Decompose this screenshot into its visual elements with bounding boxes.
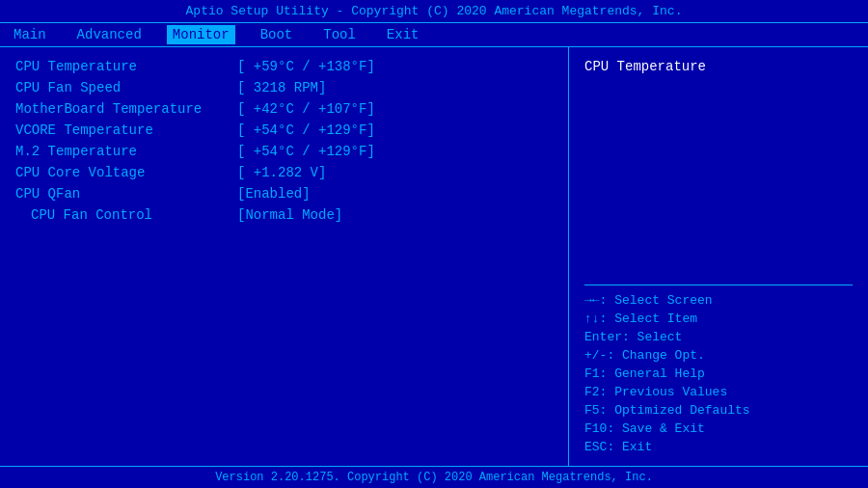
main-content: CPU Temperature [ +59°C / +138°F] CPU Fa… [0,47,868,466]
menu-bar: Main Advanced Monitor Boot Tool Exit [0,22,868,47]
menu-item-advanced[interactable]: Advanced [71,25,148,44]
setting-label-cpu-fan-control: CPU Fan Control [15,207,237,223]
setting-value-cpu-voltage: [ +1.282 V] [237,165,326,180]
key-help-section: →←: Select Screen ↑↓: Select Item Enter:… [584,293,853,454]
footer: Version 2.20.1275. Copyright (C) 2020 Am… [0,466,868,488]
key-help-enter: Enter: Select [584,330,853,344]
setting-label-cpu-voltage: CPU Core Voltage [15,165,237,180]
setting-row-cpu-fan[interactable]: CPU Fan Speed [ 3218 RPM] [15,80,553,95]
setting-row-m2-temp[interactable]: M.2 Temperature [ +54°C / +129°F] [15,144,553,159]
setting-row-cpu-qfan[interactable]: CPU QFan [Enabled] [15,186,553,202]
setting-value-cpu-fan: [ 3218 RPM] [237,80,326,95]
setting-label-cpu-temp: CPU Temperature [15,59,237,74]
key-help-f10: F10: Save & Exit [584,421,853,436]
menu-item-boot[interactable]: Boot [255,25,299,44]
setting-row-cpu-fan-control[interactable]: CPU Fan Control [Normal Mode] [15,207,553,223]
setting-row-cpu-voltage[interactable]: CPU Core Voltage [ +1.282 V] [15,165,553,180]
setting-label-vcore-temp: VCORE Temperature [15,122,237,138]
key-help-change: +/-: Change Opt. [584,348,853,363]
right-panel: CPU Temperature →←: Select Screen ↑↓: Se… [569,47,868,466]
key-help-f1: F1: General Help [584,366,853,381]
setting-label-cpu-fan: CPU Fan Speed [15,80,237,95]
setting-value-vcore-temp: [ +54°C / +129°F] [237,122,375,138]
footer-text: Version 2.20.1275. Copyright (C) 2020 Am… [215,471,653,484]
title-text: Aptio Setup Utility - Copyright (C) 2020… [186,4,683,18]
menu-item-monitor[interactable]: Monitor [167,25,235,44]
menu-item-main[interactable]: Main [8,25,52,44]
help-divider [584,285,853,285]
menu-item-exit[interactable]: Exit [381,25,425,44]
setting-value-cpu-temp: [ +59°C / +138°F] [237,59,375,74]
setting-row-cpu-temp[interactable]: CPU Temperature [ +59°C / +138°F] [15,59,553,74]
setting-row-mb-temp[interactable]: MotherBoard Temperature [ +42°C / +107°F… [15,101,553,117]
key-help-esc: ESC: Exit [584,440,853,454]
key-help-screen: →←: Select Screen [584,293,853,308]
left-panel: CPU Temperature [ +59°C / +138°F] CPU Fa… [0,47,569,466]
setting-label-cpu-qfan: CPU QFan [15,186,237,202]
setting-label-m2-temp: M.2 Temperature [15,144,237,159]
bios-screen: Aptio Setup Utility - Copyright (C) 2020… [0,0,868,488]
key-help-f5: F5: Optimized Defaults [584,403,853,418]
setting-value-cpu-fan-control: [Normal Mode] [237,207,342,223]
setting-row-vcore-temp[interactable]: VCORE Temperature [ +54°C / +129°F] [15,122,553,138]
setting-value-m2-temp: [ +54°C / +129°F] [237,144,375,159]
title-bar: Aptio Setup Utility - Copyright (C) 2020… [0,0,868,22]
key-help-f2: F2: Previous Values [584,385,853,399]
setting-value-cpu-qfan: [Enabled] [237,186,311,202]
key-help-item: ↑↓: Select Item [584,312,853,326]
help-title: CPU Temperature [584,59,853,74]
setting-label-mb-temp: MotherBoard Temperature [15,101,237,117]
menu-item-tool[interactable]: Tool [317,25,362,44]
setting-value-mb-temp: [ +42°C / +107°F] [237,101,375,117]
